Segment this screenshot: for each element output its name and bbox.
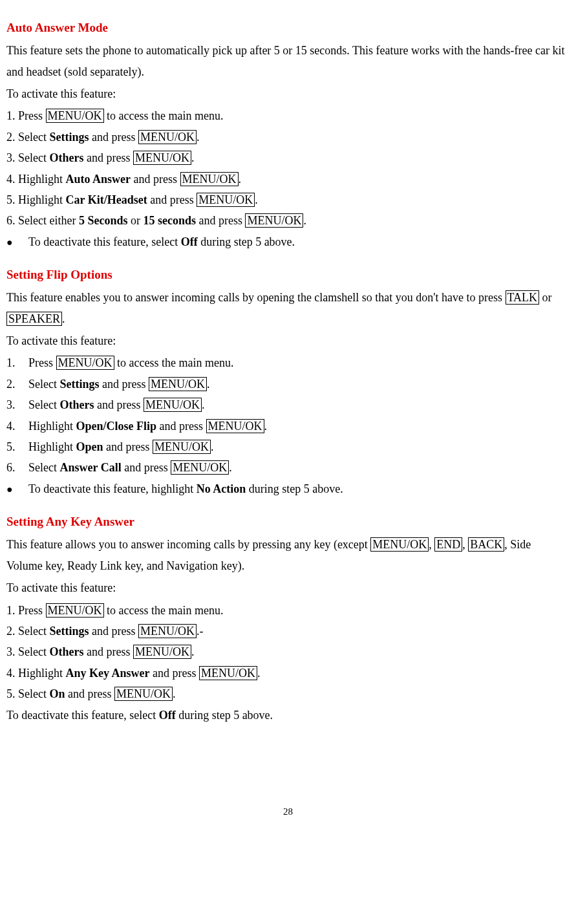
bold-text: Open/Close Flip xyxy=(76,420,157,433)
key-label: MENU/OK xyxy=(144,398,202,412)
list-item: 5. Select On and press MENU/OK. xyxy=(6,683,570,704)
key-label: MENU/OK xyxy=(199,666,257,680)
text: . xyxy=(264,420,268,433)
text: and press xyxy=(150,667,199,680)
paragraph: This feature enables you to answer incom… xyxy=(6,287,570,329)
text: To deactivate this feature, highlight xyxy=(28,482,197,495)
text: . xyxy=(191,151,195,164)
key-label: MENU/OK xyxy=(206,419,264,433)
text: during step 5 above. xyxy=(198,235,295,248)
list-number: 2. xyxy=(6,374,28,394)
text: and press xyxy=(100,378,149,391)
paragraph: To activate this feature: xyxy=(6,577,570,598)
bold-text: No Action xyxy=(197,482,246,495)
list-item: 6. Select either 5 Seconds or 15 seconds… xyxy=(6,210,570,231)
text: 1. Press xyxy=(6,604,46,617)
text: Highlight xyxy=(28,440,76,453)
bold-text: Any Key Answer xyxy=(66,667,150,680)
bold-text: Open xyxy=(76,440,103,453)
text: to access the main menu. xyxy=(114,356,234,369)
list-item: 3. Select Others and press MENU/OK. xyxy=(6,147,570,168)
text: To deactivate this feature, select xyxy=(6,709,159,722)
paragraph: To activate this feature: xyxy=(6,330,570,351)
key-label: MENU/OK xyxy=(171,460,229,475)
list-item: 1. Press MENU/OK to access the main menu… xyxy=(6,600,570,621)
key-label: MENU/OK xyxy=(133,645,191,659)
list-number: 4. xyxy=(6,416,28,436)
section-heading: Setting Any Key Answer xyxy=(6,511,570,533)
list-number: 3. xyxy=(6,394,28,415)
list-item: 4.Highlight Open/Close Flip and press ME… xyxy=(6,416,570,436)
page-number: 28 xyxy=(6,803,570,821)
list-item: 1.Press MENU/OK to access the main menu. xyxy=(6,352,570,373)
bold-text: Settings xyxy=(59,378,99,391)
text: . xyxy=(62,312,65,325)
text: or xyxy=(127,214,143,227)
text: and press xyxy=(103,440,153,453)
text: 3. Select xyxy=(6,645,49,658)
text: and press xyxy=(131,173,180,186)
bold-text: Answer Call xyxy=(59,461,121,474)
bold-text: Off xyxy=(181,235,198,248)
list-item: 1. Press MENU/OK to access the main menu… xyxy=(6,105,570,126)
text: to access the main menu. xyxy=(104,109,224,122)
bullet-icon: ● xyxy=(6,480,28,499)
text: Select xyxy=(28,398,59,411)
text: Select xyxy=(28,461,59,474)
text: To deactivate this feature, select xyxy=(28,235,181,248)
key-label: TALK xyxy=(506,290,540,305)
text: . xyxy=(191,645,195,658)
text: . xyxy=(239,173,242,186)
key-label: MENU/OK xyxy=(197,193,255,207)
text: and press xyxy=(83,645,133,658)
bold-text: Others xyxy=(49,645,83,658)
text: . xyxy=(303,214,306,227)
key-label: MENU/OK xyxy=(133,151,191,165)
key-label: MENU/OK xyxy=(370,537,429,552)
text: 6. Select either xyxy=(6,214,79,227)
text: 2. Select xyxy=(6,625,49,638)
text: and press xyxy=(65,687,114,700)
text: 3. Select xyxy=(6,151,49,164)
text: Select xyxy=(28,378,59,391)
text: during step 5 above. xyxy=(246,482,343,495)
text: . xyxy=(207,378,210,391)
text: . xyxy=(257,667,261,680)
text: and press xyxy=(196,214,245,227)
key-label: END xyxy=(434,537,462,552)
text: 2. Select xyxy=(6,131,49,144)
list-item: 3.Select Others and press MENU/OK. xyxy=(6,394,570,415)
text: , xyxy=(462,538,468,551)
text: 5. Select xyxy=(6,687,49,700)
text: and press xyxy=(89,625,138,638)
list-item: 4. Highlight Auto Answer and press MENU/… xyxy=(6,169,570,189)
text: . xyxy=(197,131,200,144)
key-label: MENU/OK xyxy=(46,603,104,618)
text: . xyxy=(229,461,232,474)
text: and press xyxy=(156,420,206,433)
text: This feature allows you to answer incomi… xyxy=(6,538,370,551)
bold-text: 5 Seconds xyxy=(79,214,128,227)
section-heading: Setting Flip Options xyxy=(6,264,570,286)
text: . xyxy=(211,440,214,453)
text: 5. Highlight xyxy=(6,193,66,206)
key-label: MENU/OK xyxy=(56,356,114,370)
bold-text: Auto Answer xyxy=(66,173,131,186)
text: This feature enables you to answer incom… xyxy=(6,291,506,304)
list-number: 6. xyxy=(6,457,28,478)
text: or xyxy=(539,291,552,304)
list-item: 6.Select Answer Call and press MENU/OK. xyxy=(6,457,570,478)
text: .- xyxy=(197,625,204,638)
key-label: MENU/OK xyxy=(245,213,303,228)
bold-text: Others xyxy=(59,398,94,411)
bullet-icon: ● xyxy=(6,233,28,252)
text: , xyxy=(429,538,434,551)
list-item: 4. Highlight Any Key Answer and press ME… xyxy=(6,663,570,683)
text: 4. Highlight xyxy=(6,173,66,186)
key-label: MENU/OK xyxy=(180,172,239,186)
key-label: MENU/OK xyxy=(46,109,104,123)
text: 1. Press xyxy=(6,109,46,122)
bold-text: Settings xyxy=(49,625,89,638)
text: 4. Highlight xyxy=(6,667,66,680)
text: and press xyxy=(89,131,138,144)
